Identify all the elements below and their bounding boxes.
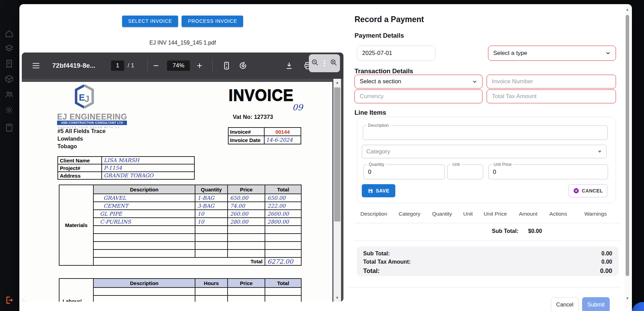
invoice-meta-table: Invoice# 00144 Invoice Date 14-6-2024 bbox=[228, 127, 301, 144]
circle-x-icon bbox=[573, 188, 579, 194]
unit-price-field[interactable]: Unit Price bbox=[488, 164, 608, 179]
materials-section-label: Materials bbox=[59, 185, 93, 265]
table-row bbox=[59, 249, 301, 257]
totals-summary: Sub Total: 0.00 Total Tax Amount: 0.00 T… bbox=[357, 246, 618, 276]
pdf-toolbar: 72bf4419-8e... 1 / 1 74% bbox=[22, 53, 343, 79]
subtotal-value: $0.00 bbox=[528, 228, 542, 234]
zoom-out-button[interactable] bbox=[153, 62, 159, 69]
col-header: Hours bbox=[195, 279, 228, 288]
cancel-button-label: CANCEL bbox=[582, 188, 603, 194]
summary-tax-label: Total Tax Amount: bbox=[363, 258, 411, 266]
transaction-details-heading: Transaction Details bbox=[355, 67, 413, 75]
col-header: Unit bbox=[458, 211, 478, 217]
logout-icon[interactable] bbox=[4, 295, 14, 305]
cancel-button[interactable]: Cancel bbox=[551, 297, 579, 311]
invoice-date-label: Invoice Date bbox=[228, 136, 264, 144]
invoice-date-value: 14-6-2024 bbox=[264, 136, 301, 144]
select-invoice-button[interactable]: SELECT INVOICE bbox=[122, 16, 178, 27]
download-icon[interactable] bbox=[285, 61, 294, 70]
hamburger-menu-icon[interactable] bbox=[31, 61, 40, 70]
col-header: Price bbox=[228, 185, 265, 194]
table-row bbox=[59, 226, 301, 234]
chevron-down-icon bbox=[605, 50, 611, 56]
line-item-editor-card: Description Category Quantity Unit Unit … bbox=[357, 117, 616, 203]
subtotal-label: Sub Total: bbox=[492, 228, 518, 234]
materials-total-value: 6272.00 bbox=[265, 257, 301, 265]
payment-type-value: Select a type bbox=[493, 50, 527, 57]
pdf-document-area: E J EJ ENGINEERING AND CONSTRUCTION CONS… bbox=[22, 79, 343, 302]
payment-date-input[interactable] bbox=[357, 46, 435, 61]
handwritten-note: 09 bbox=[292, 103, 303, 112]
unit-price-input[interactable] bbox=[489, 165, 608, 179]
scroll-down-icon[interactable]: ▼ bbox=[625, 296, 630, 300]
materials-table: Materials Description Quantity Price Tot… bbox=[59, 185, 302, 266]
quantity-input[interactable] bbox=[364, 165, 444, 179]
quantity-field[interactable]: Quantity bbox=[364, 164, 445, 179]
more-options-icon[interactable] bbox=[324, 60, 325, 66]
company-subtitle: AND CONSTRUCTION CONSULTANT LTD bbox=[57, 121, 127, 125]
table-row bbox=[59, 295, 301, 302]
submit-button[interactable]: Submit bbox=[582, 297, 610, 311]
col-header: Quantity bbox=[426, 211, 458, 217]
unit-input[interactable] bbox=[448, 165, 483, 179]
process-invoice-button[interactable]: PROCESS INVOICE bbox=[182, 16, 243, 27]
invoice-no-value: 00144 bbox=[264, 128, 301, 136]
modal-scrollbar-thumb[interactable] bbox=[626, 15, 629, 276]
client-name-value: LISA MARSH bbox=[102, 157, 194, 164]
scroll-down-icon[interactable]: ▼ bbox=[333, 294, 341, 302]
col-header: Total bbox=[265, 279, 301, 288]
cancel-line-item-button[interactable]: CANCEL bbox=[569, 184, 607, 197]
invoice-viewer-pane: SELECT INVOICE PROCESS INVOICE EJ INV 14… bbox=[19, 4, 348, 311]
currency-input[interactable] bbox=[355, 89, 482, 103]
col-header: Actions bbox=[544, 211, 573, 217]
payment-type-select[interactable]: Select a type bbox=[488, 46, 616, 61]
magnifier-zoom-in-icon[interactable] bbox=[330, 58, 338, 68]
summary-subtotal-value: 0.00 bbox=[601, 249, 612, 258]
invoice-filename: EJ INV 144_159_145 1.pdf bbox=[22, 40, 343, 46]
scroll-up-icon[interactable]: ▲ bbox=[625, 7, 630, 11]
save-button-label: SAVE bbox=[376, 188, 389, 194]
save-button[interactable]: SAVE bbox=[362, 184, 395, 197]
rotate-icon[interactable] bbox=[238, 61, 248, 70]
table-row bbox=[59, 242, 301, 249]
company-address-line: Tobago bbox=[57, 143, 77, 150]
description-input[interactable] bbox=[363, 126, 607, 140]
client-address-value: GRANDE TOBAGO bbox=[102, 172, 194, 179]
table-row: C-PURLINS 10 280.00 2800.00 bbox=[59, 218, 301, 226]
pdf-scrollbar-thumb[interactable] bbox=[334, 87, 340, 222]
pdf-scrollbar[interactable]: ▲ ▼ bbox=[333, 79, 341, 302]
company-logo: E J bbox=[68, 84, 101, 114]
labour-section-label: Labour/ bbox=[63, 298, 82, 302]
scroll-up-icon[interactable]: ▲ bbox=[333, 79, 341, 86]
zoom-level-value[interactable]: 74% bbox=[167, 60, 190, 71]
client-address-label: Address bbox=[58, 172, 102, 179]
col-header: Quantity bbox=[195, 185, 228, 194]
project-value: P-1154 bbox=[102, 164, 194, 172]
total-tax-input[interactable] bbox=[487, 89, 616, 103]
zoom-in-button[interactable] bbox=[196, 62, 203, 69]
page-number-input[interactable]: 1 bbox=[111, 60, 124, 71]
floppy-save-icon bbox=[368, 188, 373, 194]
section-select[interactable]: Select a section bbox=[355, 75, 482, 88]
page-title: Record a Payment bbox=[355, 15, 424, 24]
payment-details-heading: Payment Details bbox=[355, 32, 404, 39]
col-header: Warnings bbox=[573, 211, 618, 217]
summary-total-label: Total: bbox=[363, 266, 380, 276]
record-payment-form: Record a Payment Payment Details Select … bbox=[355, 4, 621, 311]
description-field[interactable]: Description bbox=[363, 125, 608, 140]
unit-field[interactable]: Unit bbox=[447, 164, 483, 179]
svg-text:J: J bbox=[84, 94, 89, 104]
zoom-hover-overlay bbox=[309, 54, 340, 72]
fit-page-icon[interactable] bbox=[222, 61, 231, 70]
materials-total-label: Total bbox=[93, 257, 265, 265]
category-select[interactable]: Category bbox=[362, 145, 607, 158]
pdf-viewer: 72bf4419-8e... 1 / 1 74% bbox=[22, 53, 343, 302]
company-address-line: Lowlands bbox=[57, 136, 83, 142]
modal-scrollbar[interactable]: ▲ ▼ bbox=[625, 6, 630, 309]
project-label: Project# bbox=[58, 164, 102, 172]
invoice-number-input[interactable] bbox=[487, 75, 616, 88]
table-row: Total 6272.00 bbox=[59, 257, 301, 265]
page-count-label: / 1 bbox=[128, 53, 134, 79]
col-header: Amount bbox=[513, 211, 544, 217]
magnifier-zoom-out-icon[interactable] bbox=[311, 58, 319, 68]
